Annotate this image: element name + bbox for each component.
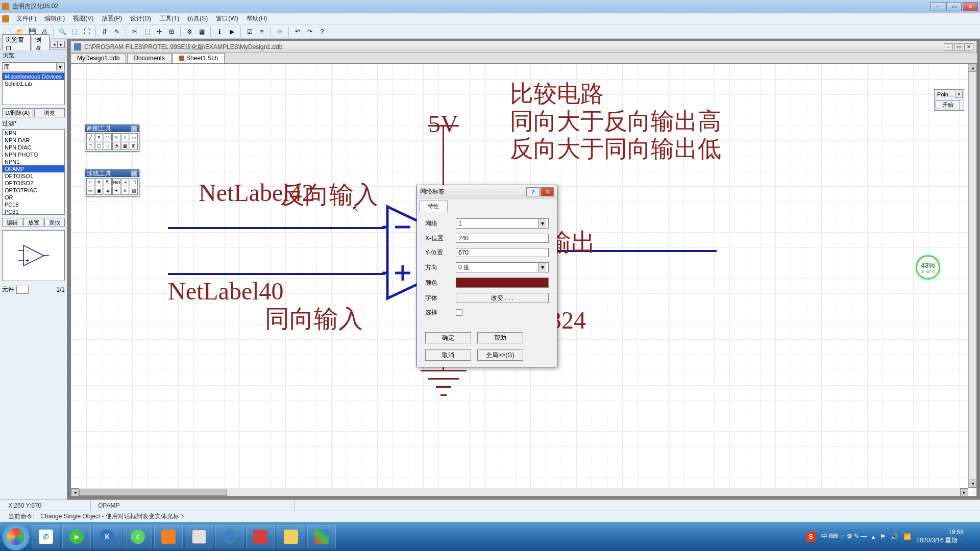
tool-noerc[interactable]: ✕ — [121, 187, 129, 195]
menu-tools[interactable]: 工具(T) — [155, 13, 183, 24]
help-button[interactable]: 帮助 — [477, 332, 523, 343]
wire-inverting[interactable] — [168, 227, 385, 229]
tb-sheet[interactable]: ▦ — [196, 26, 207, 37]
menu-design[interactable]: 设计(D) — [126, 13, 155, 24]
task-app-4[interactable]: e — [124, 525, 152, 548]
show-desktop-button[interactable] — [969, 525, 974, 548]
menu-help[interactable]: 帮助(H) — [242, 13, 272, 24]
tool-ellipse[interactable]: ○ — [104, 142, 112, 150]
menu-view[interactable]: 视图(V) — [69, 13, 97, 24]
tool-roundrect[interactable]: ▢ — [95, 142, 103, 150]
cpu-monitor-widget[interactable]: 43% 🌡 46°C — [916, 255, 940, 280]
menu-edit[interactable]: 编辑(E) — [40, 13, 69, 24]
list-item[interactable]: OPAMP — [3, 165, 64, 172]
dialog-close-button[interactable]: ✕ — [541, 187, 554, 196]
tb-erc[interactable]: ☑ — [244, 26, 255, 37]
tool-sheet[interactable]: ▭ — [86, 187, 94, 195]
tb-zoom-area[interactable]: ⬚ — [69, 26, 80, 37]
scroll-thumb[interactable] — [79, 489, 227, 496]
point-start-button[interactable]: 开始 — [936, 100, 960, 109]
tool-rect[interactable]: □ — [86, 142, 94, 150]
tool-netlabel[interactable]: Net — [112, 178, 120, 186]
global-button[interactable]: 全局>>(G) — [477, 349, 523, 361]
dialog-help-button[interactable]: ? — [526, 187, 540, 196]
start-button[interactable] — [2, 523, 30, 550]
x-position-input[interactable] — [456, 234, 549, 243]
tool-part[interactable]: ⌸ — [130, 178, 138, 186]
edit-comp-button[interactable]: 编辑 — [2, 218, 22, 227]
list-item[interactable]: OPTOISO2 — [3, 180, 64, 187]
list-item[interactable]: NPN — [3, 130, 64, 137]
task-app-1[interactable]: ✆ — [32, 525, 60, 548]
tb-cross-probe[interactable]: ✎ — [111, 26, 122, 37]
tray-network-icon[interactable]: 📶 — [903, 533, 911, 540]
browse-lib-button[interactable]: 浏览 — [34, 108, 65, 117]
tb-hierarchy[interactable]: ⇵ — [99, 26, 110, 37]
tray-volume-icon[interactable]: 🔊 — [891, 533, 898, 540]
tool-pcb[interactable]: ▤ — [130, 187, 138, 195]
tb-zoom-in[interactable]: 🔍 — [57, 26, 68, 37]
menu-simulate[interactable]: 仿真(S) — [183, 13, 212, 24]
component-list[interactable]: NPN NPN DAR NPN DIAC NPN PHOTO NPN1 OPAM… — [2, 129, 65, 215]
mdi-minimize[interactable]: – — [944, 43, 953, 51]
netlabel40[interactable]: NetLabel40 — [168, 277, 284, 305]
select-checkbox[interactable] — [456, 309, 462, 316]
list-item[interactable]: NPN PHOTO — [3, 151, 64, 158]
task-app-9[interactable] — [277, 525, 305, 548]
menu-place[interactable]: 放置(P) — [97, 13, 126, 24]
task-app-5[interactable] — [154, 525, 183, 548]
horizontal-scrollbar[interactable]: ◂ ▸ — [71, 488, 968, 496]
tb-cut[interactable]: ✂ — [129, 26, 140, 37]
cancel-button[interactable]: 取消 — [425, 349, 471, 361]
list-item[interactable]: NPN DIAC — [3, 144, 64, 151]
tb-zoom-fit[interactable]: ⛶ — [81, 26, 92, 37]
tb-redo[interactable]: ↷ — [304, 26, 315, 37]
list-item[interactable]: NPN DAR — [3, 137, 64, 144]
library-list[interactable]: Miscellaneous Devices Schlib1.Lib — [2, 72, 65, 105]
wire-noninverting[interactable] — [168, 273, 385, 275]
list-item[interactable]: PC18 — [3, 201, 64, 208]
delete-lib-button[interactable]: D/删除(A) — [2, 108, 33, 117]
scroll-left[interactable]: ◂ — [71, 488, 79, 496]
tool-busentry[interactable]: ↸ — [104, 178, 112, 186]
tb-run[interactable]: ▶ — [226, 26, 237, 37]
tool-pie[interactable]: ◔ — [112, 142, 120, 150]
list-item[interactable]: OPTOTRIAC — [3, 187, 64, 194]
tab-sheet[interactable]: Sheet1.Sch — [173, 53, 225, 63]
drawing-tools-palette[interactable]: 画图工具✕ ╱ ✕ ◠ ∿ T ▭ □ ▢ ○ ◔ ▦ ⊞ — [85, 124, 139, 152]
scroll-down[interactable]: ▾ — [969, 480, 977, 488]
list-item[interactable]: Miscellaneous Devices — [3, 73, 64, 80]
list-item[interactable]: Schlib1.Lib — [3, 80, 64, 87]
tb-undo[interactable]: ↶ — [292, 26, 303, 37]
tool-arc[interactable]: ◠ — [104, 133, 112, 141]
task-app-6[interactable] — [185, 525, 213, 548]
noninverting-input-label[interactable]: 同向输入 — [265, 303, 363, 335]
tool-array[interactable]: ⊞ — [130, 142, 138, 150]
tool-text[interactable]: T — [121, 133, 129, 141]
y-position-input[interactable] — [456, 248, 549, 257]
tb-move[interactable]: ✢ — [154, 26, 165, 37]
tool-wire[interactable]: ≈ — [86, 178, 94, 186]
tool-power[interactable]: ⏚ — [121, 178, 129, 186]
net-combo[interactable]: 1▾ — [456, 218, 549, 229]
task-app-7[interactable] — [215, 525, 244, 548]
find-comp-button[interactable]: 查找 — [44, 218, 65, 227]
part-index-input[interactable] — [16, 286, 29, 294]
tb-component[interactable]: ⚙ — [184, 26, 195, 37]
close-button[interactable]: ✕ — [963, 2, 978, 11]
menu-window[interactable]: 窗口(W) — [212, 13, 242, 24]
tab-design[interactable]: MyDesign1.ddb — [70, 53, 126, 63]
place-comp-button[interactable]: 放置 — [23, 218, 44, 227]
point-panel-close[interactable]: ✕ — [955, 91, 963, 98]
panel-scroll-right[interactable]: ▸ — [58, 41, 65, 48]
scroll-up[interactable]: ▴ — [969, 64, 977, 72]
tray-clock[interactable]: 19:58 2020/3/16 星期一 — [916, 529, 964, 544]
tool-textframe[interactable]: ▭ — [130, 133, 138, 141]
panel-scroll-left[interactable]: ◂ — [51, 41, 58, 48]
tool-bus[interactable]: ≋ — [95, 178, 103, 186]
task-app-8[interactable] — [246, 525, 275, 548]
list-item[interactable]: PC31 — [3, 208, 64, 215]
tb-annotate[interactable]: ℹ — [214, 26, 225, 37]
tool-port[interactable]: ◈ — [104, 187, 112, 195]
vertical-scrollbar[interactable]: ▴ ▾ — [968, 64, 976, 488]
